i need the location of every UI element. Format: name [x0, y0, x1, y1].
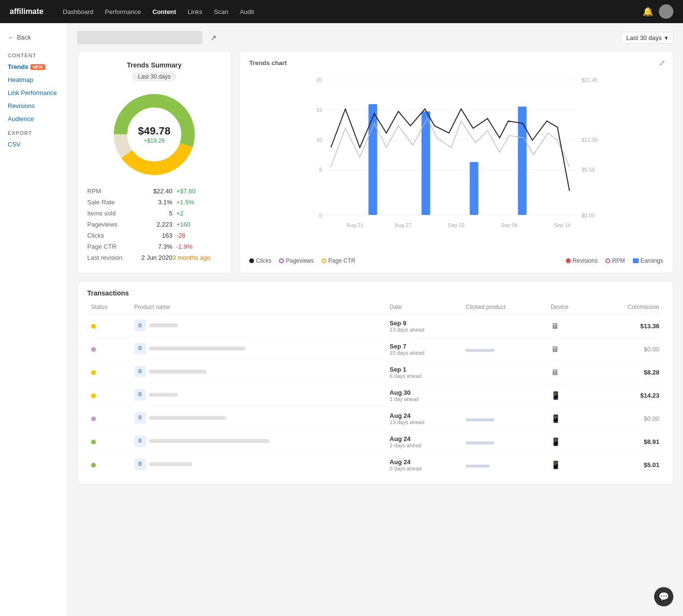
new-badge: NEW [30, 64, 45, 70]
rpm-legend-icon [605, 258, 610, 263]
product-icon: B [134, 320, 146, 331]
stat-last-revision: Last revision 2 Jun 2020 3 months ago [87, 252, 221, 263]
stat-pageviews-change: +160 [173, 219, 221, 230]
stat-last-revision-change: 3 months ago [173, 252, 221, 263]
product-icon: B [134, 412, 146, 424]
stat-rpm-value: $22.40 [133, 186, 173, 197]
tx-status [87, 361, 131, 384]
device-icon: 🖥 [551, 345, 559, 353]
revisions-label: Revisions [8, 102, 35, 109]
sidebar-item-csv[interactable]: CSV [0, 138, 67, 151]
tx-device: 📱 [547, 454, 592, 477]
page-ctr-legend-icon [321, 258, 326, 263]
stat-last-revision-label: Last revision [87, 252, 133, 263]
nav-links[interactable]: Links [187, 8, 202, 15]
nav-scan[interactable]: Scan [214, 8, 228, 15]
donut-center-values: $49.78 +$19.26 [138, 125, 170, 144]
table-row: B Sep 1 6 days ahead 🖥 $8.28 [87, 361, 663, 384]
rpm-legend-label: RPM [612, 257, 625, 264]
nav-audit[interactable]: Audit [240, 8, 254, 15]
svg-text:15: 15 [316, 107, 322, 113]
stat-sale-rate: Sale Rate 3.1% +1.5% [87, 197, 221, 208]
tx-device: 🖥 [547, 315, 592, 338]
main-content: ↗ Last 30 days ▾ Trends Summary Last 30 … [67, 23, 683, 616]
main-topbar: ↗ Last 30 days ▾ [77, 31, 673, 44]
svg-text:10: 10 [316, 137, 322, 143]
product-name-bar [149, 323, 178, 327]
tx-product: B [131, 361, 386, 383]
earnings-legend-square [633, 258, 639, 263]
legend-earnings: Earnings [633, 257, 663, 264]
tx-device: 📱 [547, 430, 592, 454]
audience-label: Audience [8, 115, 34, 122]
link-performance-label: Link Performance [8, 89, 57, 96]
export-section-label: EXPORT [0, 125, 67, 138]
csv-label: CSV [8, 141, 21, 148]
tx-clicked-product [462, 315, 547, 338]
legend-pageviews: Pageviews [279, 257, 314, 264]
tx-product: B [131, 454, 386, 475]
svg-text:$5.50: $5.50 [582, 167, 595, 173]
tx-date: Aug 24 13 days ahead [386, 407, 462, 430]
sidebar-item-heatmap[interactable]: Heatmap [0, 73, 67, 86]
trends-period-label: Last 30 days [132, 72, 176, 81]
tx-clicked-product [462, 430, 547, 454]
stat-pageviews-label: Pageviews [87, 219, 133, 230]
chat-bubble-button[interactable]: 💬 [654, 587, 673, 606]
svg-text:$11.00: $11.00 [582, 137, 598, 143]
back-button[interactable]: ← Back [0, 31, 67, 48]
col-date: Date [386, 304, 462, 315]
sidebar-item-revisions[interactable]: Revisions [0, 99, 67, 112]
stat-rpm-change: +$7.60 [173, 186, 221, 197]
tx-date: Sep 1 6 days ahead [386, 361, 462, 384]
trends-card-title: Trends Summary [87, 61, 221, 69]
content-section-label: CONTENT [0, 48, 67, 60]
nav-performance[interactable]: Performance [105, 8, 141, 15]
pageviews-legend-icon [279, 258, 284, 263]
stat-sale-rate-value: 3.1% [133, 197, 173, 208]
product-name-bar [149, 370, 207, 374]
earnings-legend-label: Earnings [641, 257, 663, 264]
product-name-bar [149, 347, 245, 350]
tx-date-secondary: 15 days ahead [389, 350, 458, 356]
product-icon: B [134, 435, 146, 447]
chevron-down-icon: ▾ [665, 34, 668, 41]
stats-table: RPM $22.40 +$7.60 Sale Rate 3.1% +1.5% I… [87, 186, 221, 263]
chart-svg-area: 0 5 10 15 20 $0.00 $5.50 $11.00 $21.45 [249, 70, 663, 254]
product-icon: B [134, 458, 146, 470]
legend-revisions: Revisions [566, 257, 598, 264]
date-filter-button[interactable]: Last 30 days ▾ [621, 32, 673, 44]
legend-page-ctr: Page CTR [321, 257, 355, 264]
tx-date-secondary: 1 day ahead [389, 396, 458, 402]
tx-device: 🖥 [547, 338, 592, 361]
tx-date-primary: Sep 1 [389, 366, 458, 373]
tx-status [87, 315, 131, 338]
tx-commission: $8.28 [592, 361, 663, 384]
product-name-bar [149, 393, 178, 397]
svg-text:5: 5 [319, 167, 322, 173]
user-avatar[interactable] [659, 4, 673, 19]
stat-page-ctr-change: -1.9% [173, 241, 221, 252]
notification-bell-icon[interactable]: 🔔 [643, 6, 653, 17]
product-icon: B [134, 343, 146, 354]
status-dot [91, 324, 96, 329]
svg-rect-19 [470, 162, 479, 215]
product-icon: B [134, 389, 146, 401]
col-status: Status [87, 304, 131, 315]
nav-dashboard[interactable]: Dashboard [63, 8, 94, 15]
tx-date-primary: Sep 7 [389, 343, 458, 350]
sidebar-item-audience[interactable]: Audience [0, 112, 67, 125]
tx-commission: $13.36 [592, 315, 663, 338]
tx-status [87, 407, 131, 430]
clicks-legend-label: Clicks [256, 257, 271, 264]
sidebar-item-link-performance[interactable]: Link Performance [0, 86, 67, 99]
expand-icon[interactable]: ⤢ [659, 58, 665, 67]
nav-content[interactable]: Content [152, 8, 176, 15]
col-product-name: Product name [131, 304, 386, 315]
product-icon: B [134, 366, 146, 377]
stat-pageviews: Pageviews 2,223 +160 [87, 219, 221, 230]
tx-product: B [131, 384, 386, 406]
external-link-icon[interactable]: ↗ [210, 33, 216, 42]
tx-device: 🖥 [547, 361, 592, 384]
sidebar-item-trends[interactable]: Trends NEW [0, 60, 67, 73]
